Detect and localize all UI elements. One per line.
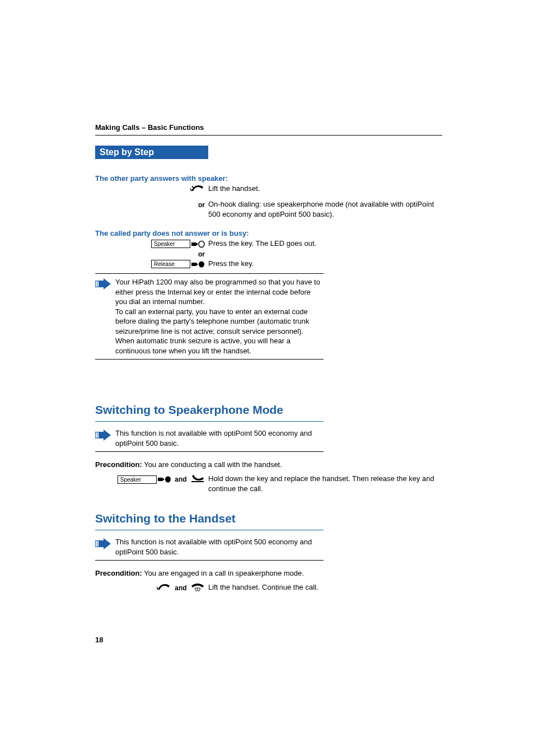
answer-speaker-heading: The other party answers with speaker:: [95, 174, 324, 184]
led-filled-icon: [191, 260, 205, 268]
svg-rect-5: [96, 281, 97, 287]
note1-p3: When automatic trunk seizure is active, …: [115, 337, 291, 355]
no-answer-heading: The called party does not answer or is b…: [95, 228, 324, 239]
or-label-2: or: [198, 250, 205, 258]
press-key-led-text: Press the key. The LED goes out.: [208, 239, 437, 249]
section1-precondition: Precondition: You are conducting a call …: [95, 460, 324, 470]
or-label-1: or: [198, 201, 205, 209]
svg-rect-8: [96, 432, 97, 438]
svg-rect-15: [97, 541, 99, 547]
section2-precondition: Precondition: You are engaged in a call …: [95, 568, 324, 578]
precond-label-2: Precondition:: [95, 569, 142, 577]
note1-p1: Your HiPath 1200 may also be programmed …: [115, 278, 320, 306]
svg-point-16: [197, 589, 198, 590]
breadcrumb: Making Calls – Basic Functions: [95, 123, 442, 132]
press-key-text: Press the key.: [208, 259, 437, 269]
section2-rule: [95, 530, 324, 530]
svg-rect-2: [191, 263, 196, 266]
lift-handset-icon: [190, 184, 205, 195]
note-speakerphone-text: This function is not available with opti…: [115, 428, 324, 448]
note1-p2: To call an external party, you have to e…: [115, 307, 309, 335]
svg-rect-14: [96, 541, 97, 547]
note-arrow-icon: [95, 277, 115, 356]
speaker-key-box: Speaker: [151, 240, 190, 248]
speaker-key-box-2: Speaker: [118, 475, 157, 484]
svg-rect-0: [191, 242, 196, 246]
section1-action-text: Hold down the key and replace the handse…: [208, 474, 437, 493]
precond-label-1: Precondition:: [95, 460, 142, 469]
svg-point-3: [199, 261, 204, 267]
precond-text-2: You are engaged in a call in speakerphon…: [142, 569, 304, 577]
note-hipath: Your HiPath 1200 may also be programmed …: [95, 273, 324, 360]
led-filled-icon-2: [158, 475, 171, 483]
svg-rect-10: [158, 478, 162, 481]
svg-point-1: [199, 241, 204, 247]
svg-rect-6: [97, 281, 99, 287]
release-key-box: Release: [151, 260, 190, 268]
note-arrow-icon-2: [95, 428, 115, 448]
step-by-step-banner: Step by Step: [95, 146, 208, 159]
svg-rect-9: [97, 432, 99, 438]
page-header: Making Calls – Basic Functions: [95, 123, 442, 136]
lift-handset-icon-2: [157, 582, 171, 594]
svg-rect-12: [191, 481, 204, 482]
note-speakerphone-availability: This function is not available with opti…: [95, 425, 324, 452]
section1-rule: [95, 421, 324, 422]
precond-text-1: You are conducting a call with the hands…: [142, 460, 282, 469]
note-arrow-icon-3: [95, 537, 115, 557]
section-speakerphone-heading: Switching to Speakerphone Mode: [95, 402, 324, 418]
page-number: 18: [95, 636, 103, 644]
section-handset-heading: Switching to the Handset: [95, 511, 324, 526]
note-handset-availability: This function is not available with opti…: [95, 534, 324, 561]
led-open-icon: [191, 240, 205, 248]
and-label-1: and: [175, 475, 186, 483]
header-rule: [95, 135, 442, 136]
note-handset-text: This function is not available with opti…: [115, 537, 324, 557]
lift-handset-text: Lift the handset.: [208, 184, 437, 194]
section2-action-text: Lift the handset. Continue the call.: [208, 582, 437, 592]
and-label-2: and: [175, 584, 186, 592]
replace-handset-icon: [190, 474, 205, 485]
on-hook-text: On-hook dialing: use speakerphone mode (…: [208, 199, 437, 219]
handset-base-icon: [190, 582, 205, 594]
svg-point-11: [165, 477, 171, 483]
